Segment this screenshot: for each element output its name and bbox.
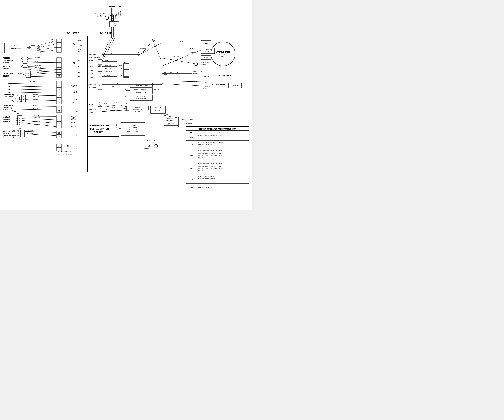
svg-text:PIN 5: PIN 5 <box>37 50 42 51</box>
svg-text:4: 4 <box>59 50 60 52</box>
mc1-explanation: 9 PIN CONNECTION TO THE <box>198 176 219 177</box>
svg-text:~: ~ <box>14 108 15 109</box>
svg-text:RED/YEL: RED/YEL <box>5 115 10 117</box>
svg-text:1: 1 <box>99 54 101 56</box>
svg-text:RL8: RL8 <box>90 76 93 78</box>
mb2-explanation: 4 PIN CONNECTION IN THE MAIN <box>198 163 223 165</box>
svg-text:PIN 2: PIN 2 <box>16 124 20 125</box>
svg-text:EVAPORATOR: EVAPORATOR <box>133 109 142 110</box>
svg-text:8: 8 <box>59 98 60 101</box>
svg-text:MAKER DIAGRAM): MAKER DIAGRAM) <box>127 131 138 132</box>
svg-text:BEHIND FRONT: BEHIND FRONT <box>145 140 156 142</box>
svg-text:MB1: MB1 <box>20 101 23 102</box>
svg-text:LH1: LH1 <box>38 52 42 54</box>
svg-text:BLK/WHT: BLK/WHT <box>32 108 38 109</box>
mc1-abbr: MC1 <box>190 178 193 180</box>
svg-text:GRY/WHT: GRY/WHT <box>35 67 42 69</box>
svg-text:YEL: YEL <box>124 95 126 97</box>
svg-text:INV.: INV. <box>221 56 225 58</box>
svg-text:MACHINE COMPARTMENT TO THE: MACHINE COMPARTMENT TO THE <box>198 165 221 167</box>
svg-text:BLK/WHT: BLK/WHT <box>189 50 195 52</box>
user-interface-label: USER <box>14 45 18 47</box>
svg-text:T: T <box>25 58 25 60</box>
svg-text:WATER VALVE: WATER VALVE <box>136 91 146 93</box>
svg-text:3: 3 <box>99 66 101 68</box>
svg-text:SWITCH: SWITCH <box>3 133 9 135</box>
base-plate-ground-label: BASE PLATE <box>95 13 105 15</box>
svg-text:CONDENSER FAN: CONDENSER FAN <box>135 85 148 87</box>
freezer-sensor-label: FREEZER <box>3 66 10 67</box>
svg-text:MC1: MC1 <box>124 62 127 64</box>
svg-text:GRILLE HOUSING BEHIND THE TOE: GRILLE HOUSING BEHIND THE TOE <box>198 154 224 156</box>
svg-text:RL2: RL2 <box>90 73 93 75</box>
svg-text:RL6: RL6 <box>90 111 93 113</box>
power-cord-label: POWER CORD <box>109 5 121 8</box>
svg-text:BLK/YEL: BLK/YEL <box>5 119 10 121</box>
svg-text:2: 2 <box>99 72 101 74</box>
svg-text:SWITCH: SWITCH <box>185 121 191 122</box>
svg-text:BLK: BLK <box>104 103 107 105</box>
svg-text:RED/YEL: RED/YEL <box>34 115 41 117</box>
svg-text:(LINE): (LINE) <box>115 11 117 16</box>
svg-text:2: 2 <box>29 48 30 49</box>
svg-text:RIGHT DOOR: RIGHT DOOR <box>193 70 202 72</box>
mb2-abbr: MB2 <box>190 168 193 170</box>
svg-text:DOOR UPPER HINGE: DOOR UPPER HINGE <box>198 186 212 188</box>
svg-text:PIN 4: PIN 4 <box>37 48 42 49</box>
svg-text:J3: J3 <box>97 84 100 87</box>
svg-text:LT. BLU: LT. BLU <box>112 83 118 84</box>
svg-text:COMPRESSOR: COMPRESSOR <box>139 48 148 50</box>
svg-text:BLK/ORN: BLK/ORN <box>167 118 174 119</box>
svg-text:WHT/GRN: WHT/GRN <box>30 81 36 83</box>
evap-fan-label: EVAPORATOR <box>4 94 14 96</box>
svg-text:PIN 8: PIN 8 <box>25 75 29 77</box>
svg-text:LT.BLU/BLK: LT.BLU/BLK <box>190 80 198 82</box>
main-title-line3: CONTROL <box>94 131 105 134</box>
freezer-ice-maker-label: FREEZER <box>130 125 136 126</box>
svg-text:J2: J2 <box>97 81 100 84</box>
svg-text:SENSOR: SENSOR <box>3 62 9 64</box>
svg-text:AT1: AT1 <box>20 73 23 75</box>
svg-text:INTERFACE: INTERFACE <box>11 47 21 49</box>
svg-text:PIN 2: PIN 2 <box>119 65 123 67</box>
svg-text:GROUND: GROUND <box>201 64 206 66</box>
svg-text:3: 3 <box>99 60 101 63</box>
wiring-diagram: POWER CORD BASE PLATE GROUND NON-RIBBED … <box>0 0 252 210</box>
svg-text:WHT/YEL: WHT/YEL <box>5 121 10 122</box>
svg-text:GRY/WHT: GRY/WHT <box>35 64 42 66</box>
svg-text:SIGNAL: SIGNAL <box>3 109 9 111</box>
mb1-abbr: MB1 <box>190 155 193 157</box>
svg-text:RED: RED <box>112 86 114 88</box>
svg-text:6: 6 <box>59 92 60 94</box>
svg-text:(NEUTRAL): (NEUTRAL) <box>110 18 118 19</box>
svg-text:GROUND: GROUND <box>163 74 168 75</box>
svg-text:NEUTRAL: NEUTRAL <box>89 84 96 85</box>
svg-text:+12V DC: +12V DC <box>71 99 78 101</box>
svg-text:2: 2 <box>59 148 60 150</box>
svg-text:+5V DC: +5V DC <box>78 66 84 67</box>
svg-text:CAB. GROUND: CAB. GROUND <box>89 57 100 59</box>
svg-text:+12V DC: +12V DC <box>71 92 78 94</box>
svg-text:9: 9 <box>59 102 60 104</box>
svg-text:RL5: RL5 <box>90 66 93 67</box>
svg-text:FREEZER ICEMAKER: FREEZER ICEMAKER <box>134 89 149 91</box>
svg-text:FAN (DC): FAN (DC) <box>4 96 12 98</box>
main-title-line1: ERF2500++ISO <box>90 124 109 127</box>
svg-text:EVAPORATOR: EVAPORATOR <box>3 60 13 61</box>
svg-text:YEL/PNK: YEL/PNK <box>13 130 19 131</box>
svg-text:WHT/YEL: WHT/YEL <box>34 124 41 125</box>
svg-text:AT1: AT1 <box>16 113 19 115</box>
svg-text:LINE: LINE <box>112 23 116 24</box>
svg-text:PIN 1: PIN 1 <box>25 73 29 75</box>
svg-text:GRY/YEL: GRY/YEL <box>35 57 42 59</box>
j1-label: J1 <box>99 50 102 53</box>
svg-text:PIN 2: PIN 2 <box>112 107 116 108</box>
svg-text:BOARD-MOUNTED: BOARD-MOUNTED <box>58 151 71 153</box>
svg-text:BRN: BRN <box>105 109 108 111</box>
svg-text:BLK/ORN: BLK/ORN <box>166 120 173 121</box>
svg-text:PIN 1: PIN 1 <box>205 86 210 87</box>
svg-text:BLK/ORN: BLK/ORN <box>13 134 19 136</box>
svg-text:3: 3 <box>59 122 60 125</box>
svg-text:8: 8 <box>59 62 60 64</box>
svg-text:AMBIENT THERMISTOR: AMBIENT THERMISTOR <box>55 154 73 155</box>
